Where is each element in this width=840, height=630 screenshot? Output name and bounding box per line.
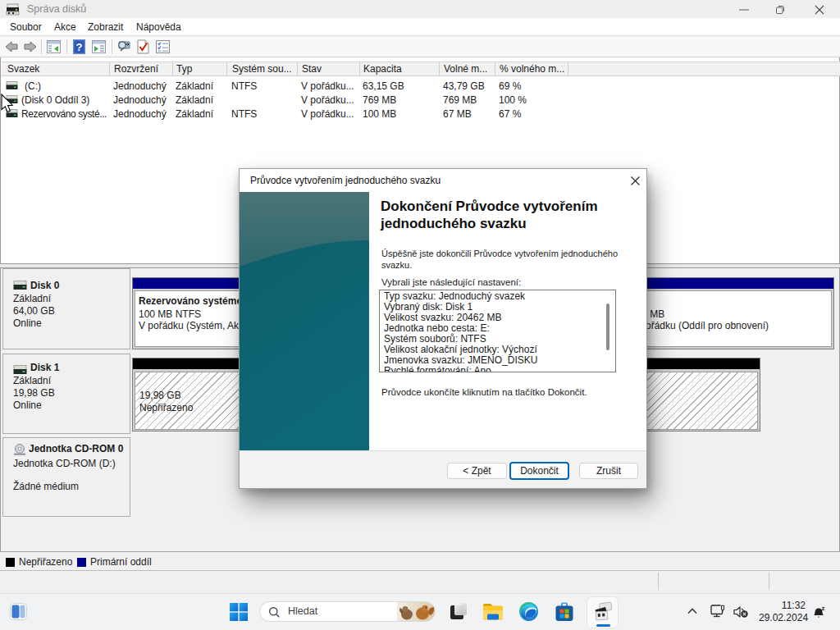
svg-text:?: ?	[76, 41, 83, 53]
svg-text:z: z	[822, 605, 825, 612]
